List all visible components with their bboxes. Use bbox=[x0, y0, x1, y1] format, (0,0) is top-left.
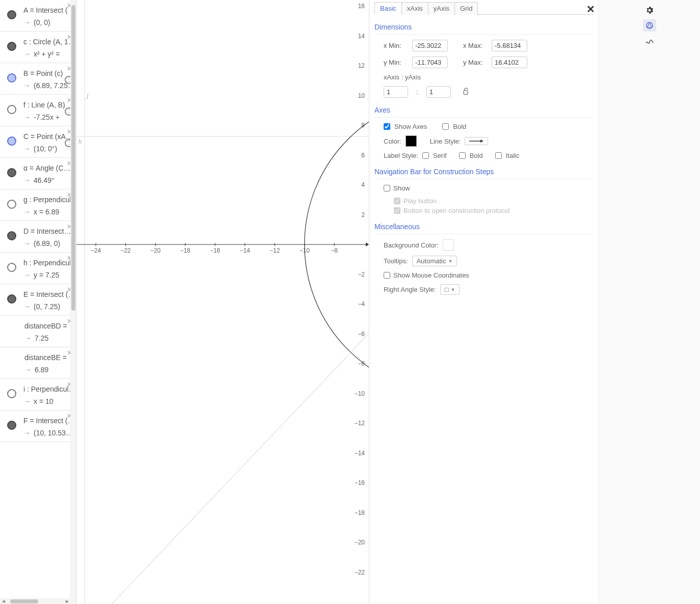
lock-open-icon[interactable] bbox=[462, 87, 470, 97]
scroll-left-icon[interactable]: ◄ bbox=[1, 598, 6, 604]
item-value: →y = 7.25 bbox=[23, 271, 73, 279]
svg-text:4: 4 bbox=[361, 181, 365, 188]
item-definition: i : Perpendicul… bbox=[23, 385, 73, 393]
scrollbar-vertical[interactable] bbox=[70, 0, 76, 604]
arrow-right-icon: → bbox=[23, 239, 31, 248]
visibility-toggle[interactable] bbox=[7, 263, 16, 272]
scrollbar-thumb[interactable] bbox=[71, 5, 75, 311]
visibility-toggle[interactable] bbox=[7, 168, 16, 177]
algebra-item[interactable]: α = Angle (C…→46.49°× bbox=[0, 158, 76, 189]
ratio-colon: : bbox=[412, 88, 422, 96]
algebra-item[interactable]: h : Perpendicul…→y = 7.25× bbox=[0, 253, 76, 284]
visibility-toggle[interactable] bbox=[7, 231, 16, 240]
show-mouse-checkbox[interactable] bbox=[384, 272, 390, 279]
algebra-item[interactable]: C = Point (xA…→(10; 0°)×⋮ bbox=[0, 126, 76, 158]
scrollbar-horizontal[interactable]: ◄ ► bbox=[0, 598, 71, 604]
tab-basic[interactable]: Basic bbox=[374, 2, 402, 15]
tooltips-label: Tooltips: bbox=[384, 257, 408, 265]
item-definition: c : Circle (A, 1… bbox=[23, 38, 73, 46]
axes-color-swatch[interactable] bbox=[406, 135, 417, 147]
right-angle-select[interactable]: □ ▼ bbox=[440, 284, 460, 295]
item-definition: distanceBD = bbox=[24, 322, 73, 330]
scroll-right-icon[interactable]: ► bbox=[65, 598, 70, 604]
play-button-label: Play button bbox=[403, 197, 437, 205]
visibility-toggle[interactable] bbox=[7, 200, 16, 209]
item-value: →(10, 10.53… bbox=[23, 429, 73, 437]
algebra-item[interactable]: distanceBD =→7.25× bbox=[0, 316, 76, 347]
ratio-x-input[interactable] bbox=[384, 86, 408, 98]
algebra-item[interactable]: B = Point (c)→(6.89, 7.25…×⋮ bbox=[0, 63, 76, 95]
settings-tabs: Basic xAxis yAxis Grid bbox=[374, 0, 593, 15]
nav-show-checkbox[interactable] bbox=[384, 185, 390, 191]
algebra-item-body: g : Perpendicul…→x = 6.89 bbox=[23, 194, 73, 216]
graphics2-icon[interactable] bbox=[643, 35, 656, 47]
visibility-toggle[interactable] bbox=[7, 136, 16, 146]
visibility-toggle[interactable] bbox=[7, 42, 16, 51]
ratio-y-input[interactable] bbox=[426, 86, 451, 98]
show-axes-checkbox[interactable] bbox=[384, 123, 390, 130]
visibility-toggle[interactable] bbox=[7, 294, 16, 304]
svg-text:10: 10 bbox=[358, 92, 365, 99]
section-navigation: Navigation Bar for Construction Steps bbox=[374, 164, 593, 179]
arrow-right-icon: → bbox=[23, 113, 31, 121]
algebra-item[interactable]: distanceBE =→6.89× bbox=[0, 347, 76, 379]
item-definition: g : Perpendicul… bbox=[23, 196, 73, 204]
graphics-canvas[interactable]: jh−24−22−20−18−16−14−12−10−8−22−20−18−16… bbox=[76, 0, 369, 604]
item-value: →6.89 bbox=[24, 366, 73, 374]
tab-yaxis[interactable]: yAxis bbox=[428, 2, 455, 15]
label-style-label: Label Style: bbox=[384, 152, 418, 159]
algebra-item[interactable]: D = Intersect…→(6.89, 0)× bbox=[0, 221, 76, 253]
ymax-input[interactable] bbox=[492, 57, 527, 68]
algebra-item[interactable]: c : Circle (A, 1…→x² + y² =× bbox=[0, 32, 76, 63]
svg-text:−10: −10 bbox=[355, 390, 365, 397]
algebra-item[interactable]: i : Perpendicul…→x = 10× bbox=[0, 379, 76, 410]
bg-color-swatch[interactable] bbox=[443, 239, 454, 251]
visibility-toggle[interactable] bbox=[7, 73, 16, 83]
graphics-view[interactable]: jh−24−22−20−18−16−14−12−10−8−22−20−18−16… bbox=[76, 0, 369, 604]
close-icon[interactable]: ✕ bbox=[586, 3, 595, 15]
svg-text:−20: −20 bbox=[355, 539, 365, 546]
gear-icon[interactable] bbox=[643, 4, 656, 16]
axes-bold-checkbox[interactable] bbox=[442, 123, 449, 130]
svg-text:14: 14 bbox=[358, 33, 365, 40]
graphics1-icon[interactable] bbox=[643, 19, 656, 32]
italic-checkbox[interactable] bbox=[495, 152, 502, 159]
tab-grid[interactable]: Grid bbox=[454, 2, 478, 15]
algebra-item-body: i : Perpendicul…→x = 10 bbox=[23, 383, 73, 405]
visibility-toggle[interactable] bbox=[7, 10, 16, 19]
xmin-input[interactable] bbox=[412, 40, 448, 51]
line-style-select[interactable] bbox=[465, 137, 488, 145]
bg-color-label: Background Color: bbox=[384, 241, 439, 249]
serif-checkbox[interactable] bbox=[422, 152, 429, 159]
ymin-input[interactable] bbox=[412, 57, 448, 68]
visibility-toggle[interactable] bbox=[7, 421, 16, 430]
algebra-item-body: h : Perpendicul…→y = 7.25 bbox=[23, 257, 73, 279]
algebra-item-body: F = Intersect (…→(10, 10.53… bbox=[23, 415, 73, 437]
algebra-item[interactable]: E = Intersect (…→(0, 7.25)× bbox=[0, 284, 76, 316]
arrow-right-icon: → bbox=[23, 397, 31, 405]
nav-show-label: Show bbox=[393, 184, 410, 192]
svg-marker-47 bbox=[480, 140, 483, 143]
algebra-item[interactable]: A = Intersect (→(0, 0)× bbox=[0, 0, 76, 32]
svg-text:−4: −4 bbox=[358, 300, 365, 308]
ymax-label: y Max: bbox=[463, 59, 488, 66]
scrollbar-thumb[interactable] bbox=[10, 599, 38, 603]
tab-xaxis[interactable]: xAxis bbox=[401, 2, 428, 15]
bold-checkbox[interactable] bbox=[459, 152, 466, 159]
algebra-item[interactable]: f : Line (A, B)→-7.25x +×⋮ bbox=[0, 95, 76, 126]
svg-text:−16: −16 bbox=[210, 247, 221, 254]
arrow-right-icon: → bbox=[23, 18, 31, 26]
algebra-item[interactable]: g : Perpendicul…→x = 6.89× bbox=[0, 189, 76, 221]
xmax-input[interactable] bbox=[492, 40, 527, 51]
visibility-toggle[interactable] bbox=[7, 389, 16, 398]
item-value-text: (10, 10.53… bbox=[34, 429, 73, 437]
svg-text:−18: −18 bbox=[180, 247, 191, 254]
tooltips-select[interactable]: Automatic ▼ bbox=[412, 256, 457, 266]
svg-text:h: h bbox=[78, 138, 82, 145]
svg-text:−14: −14 bbox=[239, 247, 250, 254]
item-definition: F = Intersect (… bbox=[23, 417, 73, 425]
xmax-label: x Max: bbox=[463, 42, 488, 49]
algebra-item-body: c : Circle (A, 1…→x² + y² = bbox=[23, 36, 73, 58]
algebra-item[interactable]: F = Intersect (…→(10, 10.53…× bbox=[0, 410, 76, 442]
visibility-toggle[interactable] bbox=[7, 105, 16, 114]
